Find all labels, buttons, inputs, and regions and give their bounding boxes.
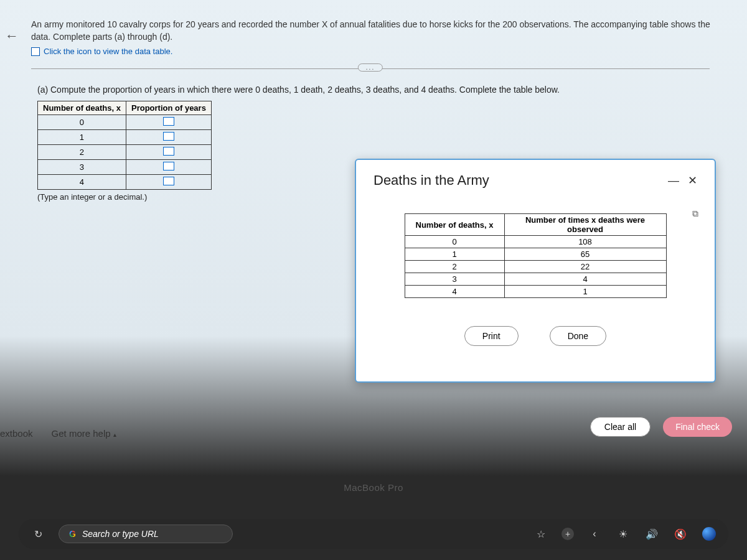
caret-up-icon: ▴ [113, 431, 116, 438]
google-icon: G [69, 529, 76, 539]
proportion-input[interactable] [163, 162, 174, 170]
copy-icon[interactable]: ⧉ [692, 208, 698, 219]
proportion-input[interactable] [163, 177, 174, 185]
table-icon [31, 47, 40, 56]
view-data-label: Click the icon to view the data table. [44, 47, 172, 56]
proportion-input[interactable] [163, 132, 174, 141]
table-row: 4 [38, 175, 212, 190]
proportion-input[interactable] [163, 117, 174, 126]
data-col2-header: Number of times x deaths were observed [504, 214, 666, 236]
back-arrow-icon[interactable]: ← [5, 28, 19, 44]
table-row: 1 [38, 130, 212, 145]
star-icon[interactable]: ☆ [533, 526, 549, 542]
table-row: 0 [38, 115, 212, 130]
row-x: 2 [38, 145, 126, 160]
row-x: 0 [38, 115, 126, 130]
volume-icon[interactable]: 🔊 [644, 526, 660, 542]
close-icon[interactable]: ✕ [688, 174, 697, 187]
siri-icon[interactable] [701, 526, 717, 542]
table-row: 222 [405, 261, 666, 273]
new-tab-icon[interactable]: + [561, 528, 574, 540]
brightness-icon[interactable]: ☀ [615, 526, 631, 542]
textbook-link[interactable]: extbook [0, 428, 33, 439]
answer-col1-header: Number of deaths, x [38, 101, 126, 115]
mute-icon[interactable]: 🔇 [672, 526, 688, 542]
minimize-icon[interactable]: — [668, 174, 679, 187]
print-button[interactable]: Print [464, 326, 519, 346]
answer-col2-header: Proportion of years [126, 101, 211, 115]
table-row: 165 [405, 248, 666, 261]
search-placeholder: Search or type URL [82, 529, 159, 539]
url-search-box[interactable]: G Search or type URL [59, 525, 233, 543]
proportion-input[interactable] [163, 147, 174, 156]
expand-pill[interactable]: ... [358, 63, 383, 72]
data-col1-header: Number of deaths, x [405, 214, 504, 236]
popup-title: Deaths in the Army [374, 172, 489, 189]
row-x: 3 [38, 160, 126, 175]
done-button[interactable]: Done [550, 326, 606, 346]
device-label: MacBook Pro [344, 482, 403, 493]
table-row: 0108 [405, 236, 666, 248]
get-more-help-link[interactable]: Get more help ▴ [52, 428, 116, 439]
part-a-prompt: (a) Compute the proportion of years in w… [37, 85, 728, 95]
answer-table: Number of deaths, x Proportion of years … [37, 101, 212, 190]
reload-icon[interactable]: ↻ [30, 526, 46, 542]
section-divider: ... [31, 68, 710, 69]
table-row: 2 [38, 145, 212, 160]
row-x: 4 [38, 175, 126, 190]
data-table: Number of deaths, x Number of times x de… [405, 213, 667, 298]
nav-back-icon[interactable]: ‹ [586, 526, 603, 542]
table-row: 41 [405, 286, 666, 298]
table-row: 3 [38, 160, 212, 175]
taskbar: ↻ G Search or type URL ☆ + ‹ ☀ 🔊 🔇 [19, 519, 728, 549]
final-check-button[interactable]: Final check [663, 417, 732, 437]
table-row: 34 [405, 273, 666, 286]
problem-statement: An army monitored 10 cavalry corps for 2… [31, 19, 728, 43]
view-data-link[interactable]: Click the icon to view the data table. [31, 47, 728, 56]
data-popup: Deaths in the Army — ✕ ⧉ Number of death… [355, 159, 716, 383]
row-x: 1 [38, 130, 126, 145]
clear-all-button[interactable]: Clear all [590, 417, 651, 437]
